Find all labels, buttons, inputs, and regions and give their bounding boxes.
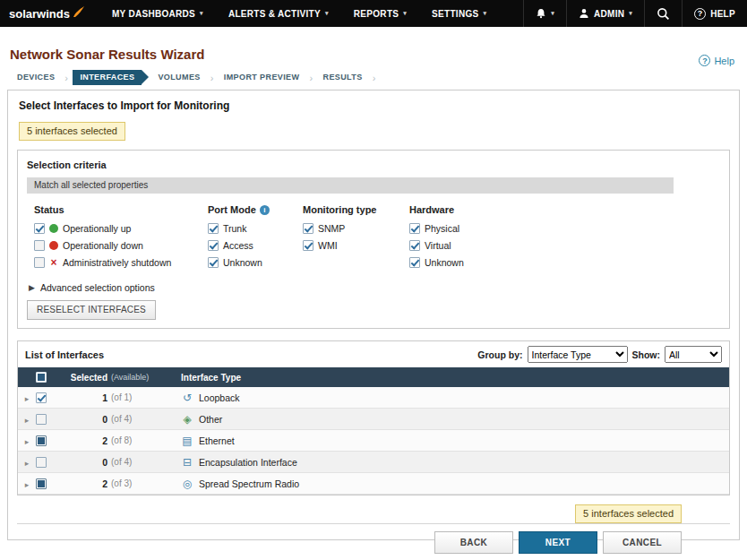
- menu-reports[interactable]: REPORTS ▾: [341, 0, 419, 27]
- wizard-steps: DEVICES › INTERFACES VOLUMES › IMPORT PR…: [10, 70, 747, 85]
- checkbox[interactable]: [303, 223, 313, 234]
- radio-icon: [181, 478, 193, 490]
- other-icon: [181, 413, 193, 426]
- back-button[interactable]: BACK: [434, 531, 513, 554]
- option-label: Operationally up: [63, 223, 131, 234]
- step-volumes[interactable]: VOLUMES: [150, 70, 207, 85]
- menu-settings[interactable]: SETTINGS ▾: [419, 0, 499, 27]
- checkbox-physical[interactable]: Physical: [409, 223, 720, 234]
- checkbox[interactable]: [34, 240, 45, 251]
- step-results[interactable]: RESULTS: [315, 70, 369, 85]
- help-icon: ?: [694, 8, 706, 20]
- checkbox-hardware-unknown[interactable]: Unknown: [409, 257, 720, 268]
- chevron-down-icon: ▾: [551, 10, 554, 17]
- table-row-encapsulation[interactable]: ▸ 0 (of 4) Encapsulation Interface: [18, 452, 729, 473]
- option-label: Virtual: [425, 240, 451, 251]
- wizard-footer: BACK NEXT CANCEL: [17, 523, 730, 560]
- help-link[interactable]: ? Help: [699, 55, 734, 66]
- checkbox[interactable]: [208, 223, 219, 234]
- menu-label: ALERTS & ACTIVITY: [228, 9, 321, 19]
- option-label: Unknown: [425, 257, 464, 268]
- option-label: Unknown: [223, 257, 262, 268]
- help-link-label: Help: [714, 56, 734, 66]
- checkbox-virtual[interactable]: Virtual: [409, 240, 720, 251]
- step-import-preview[interactable]: IMPORT PREVIEW: [217, 70, 307, 85]
- user-icon: [579, 8, 589, 19]
- select-all-checkbox[interactable]: [36, 372, 47, 383]
- checkbox-operationally-down[interactable]: Operationally down: [34, 240, 208, 251]
- reselect-interfaces-button[interactable]: RESELECT INTERFACES: [27, 300, 156, 320]
- group-title: Hardware: [409, 204, 454, 215]
- menu-alerts-activity[interactable]: ALERTS & ACTIVITY ▾: [216, 0, 341, 27]
- checkbox[interactable]: [208, 257, 219, 268]
- criteria-title: Selection criteria: [27, 159, 720, 170]
- selected-count: 2: [57, 478, 107, 489]
- cancel-button[interactable]: CANCEL: [603, 531, 682, 554]
- selected-count: 1: [57, 392, 107, 403]
- expand-arrow-icon[interactable]: ▸: [25, 459, 30, 468]
- table-row-other[interactable]: ▸ 0 (of 4) Other: [18, 409, 729, 430]
- show-select[interactable]: All: [665, 346, 722, 363]
- expand-arrow-icon[interactable]: ▸: [25, 394, 30, 403]
- admin-menu[interactable]: ADMIN ▾: [566, 0, 644, 27]
- checkbox-operationally-up[interactable]: Operationally up: [34, 223, 208, 234]
- column-header-interface-type: Interface Type: [170, 373, 729, 383]
- interface-type-label: Ethernet: [199, 435, 235, 446]
- advanced-options-label: Advanced selection options: [40, 282, 155, 293]
- checkbox[interactable]: [34, 257, 45, 268]
- step-interfaces[interactable]: INTERFACES: [73, 70, 142, 85]
- encapsulation-icon: [181, 456, 193, 469]
- table-row-ethernet[interactable]: ▸ 2 (of 8) Ethernet: [18, 430, 729, 452]
- row-checkbox[interactable]: [36, 435, 47, 446]
- table-row-spread-spectrum-radio[interactable]: ▸ 2 (of 3) Spread Spectrum Radio: [18, 473, 729, 495]
- checkbox-port-unknown[interactable]: Unknown: [208, 257, 303, 268]
- search-button[interactable]: [644, 0, 682, 27]
- selected-count: 0: [57, 457, 107, 468]
- chevron-separator-icon: ›: [64, 73, 68, 83]
- row-checkbox[interactable]: [36, 414, 47, 425]
- menu-my-dashboards[interactable]: MY DASHBOARDS ▾: [99, 0, 216, 27]
- search-icon: [657, 7, 670, 21]
- available-count: (of 1): [107, 392, 170, 402]
- checkbox[interactable]: [409, 223, 420, 234]
- chevron-separator-icon: ›: [373, 73, 376, 83]
- wizard-panel: Select Interfaces to Import for Monitori…: [7, 90, 740, 540]
- checkbox[interactable]: [34, 223, 45, 234]
- checkbox-snmp[interactable]: SNMP: [303, 223, 409, 234]
- row-checkbox[interactable]: [36, 392, 47, 403]
- chevron-down-icon: ▾: [484, 10, 487, 17]
- group-by-label: Group by:: [477, 349, 522, 360]
- advanced-selection-options[interactable]: ▶ Advanced selection options: [29, 282, 720, 293]
- notifications-menu[interactable]: ▾: [523, 0, 566, 27]
- checkbox[interactable]: [303, 240, 313, 251]
- column-header-available: (Available): [107, 373, 170, 382]
- help-label: HELP: [710, 9, 735, 19]
- row-checkbox[interactable]: [36, 478, 47, 489]
- info-icon[interactable]: i: [260, 205, 270, 215]
- menu-label: REPORTS: [354, 9, 399, 19]
- chevron-down-icon: ▾: [200, 10, 203, 17]
- checkbox-trunk[interactable]: Trunk: [208, 223, 303, 234]
- chevron-separator-icon: ›: [210, 73, 214, 83]
- row-checkbox[interactable]: [36, 457, 47, 468]
- menu-label: MY DASHBOARDS: [112, 9, 195, 19]
- table-row-loopback[interactable]: ▸ 1 (of 1) Loopback: [18, 387, 729, 409]
- expand-arrow-icon: ▶: [29, 283, 35, 292]
- checkbox[interactable]: [409, 257, 420, 268]
- expand-arrow-icon[interactable]: ▸: [25, 480, 30, 489]
- next-button[interactable]: NEXT: [519, 531, 597, 554]
- help-menu[interactable]: ? HELP: [682, 0, 747, 27]
- expand-arrow-icon[interactable]: ▸: [25, 437, 30, 446]
- chevron-separator-icon: ›: [309, 73, 313, 83]
- checkbox[interactable]: [208, 240, 219, 251]
- expand-arrow-icon[interactable]: ▸: [25, 416, 30, 425]
- solarwinds-logo[interactable]: solarwinds: [0, 0, 99, 27]
- checkbox-wmi[interactable]: WMI: [303, 240, 409, 251]
- checkbox[interactable]: [409, 240, 420, 251]
- bell-icon: [536, 8, 546, 19]
- group-by-select[interactable]: Interface Type: [528, 346, 628, 363]
- criteria-group-hardware: Hardware Physical Virtual Unknown: [409, 204, 720, 274]
- step-devices[interactable]: DEVICES: [10, 70, 62, 85]
- checkbox-administratively-shutdown[interactable]: × Administratively shutdown: [34, 257, 208, 268]
- checkbox-access[interactable]: Access: [208, 240, 303, 251]
